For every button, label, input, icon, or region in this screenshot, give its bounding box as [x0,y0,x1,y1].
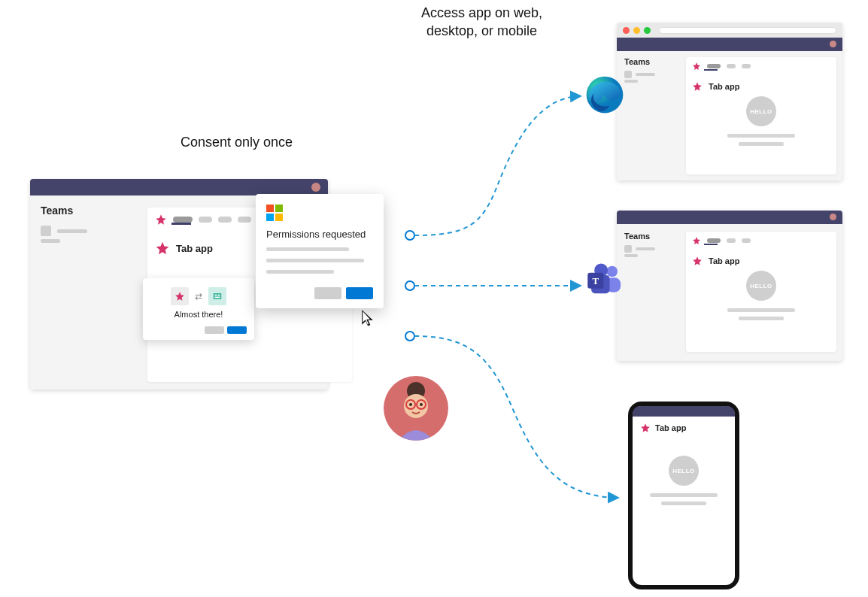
svg-point-19 [405,231,414,240]
svg-point-5 [411,385,420,394]
star-icon [640,423,651,433]
svg-point-13 [606,266,618,277]
sidebar-item [41,239,60,243]
tab-panel: Tab app HELLO [686,232,836,352]
close-dot [311,183,320,192]
sidebar-item [41,226,87,236]
mobile-target: Tab app HELLO [628,402,739,589]
cancel-button[interactable] [205,326,224,334]
tab-app-label: Tab app [176,243,213,254]
permission-line [266,270,334,274]
sidebar-item [624,71,655,78]
hello-badge: HELLO [746,271,776,301]
svg-point-20 [405,281,414,290]
sidebar-title: Teams [41,205,73,217]
almost-there-card: ⇄ Almost there! [143,278,254,340]
sidebar-item [624,80,638,83]
address-bar[interactable] [659,27,836,34]
heading-consent: Consent only once [181,133,293,151]
star-icon [692,236,701,245]
sidebar-title: Teams [624,232,650,241]
app-content: HELLO [686,271,836,320]
source-app-icon [171,287,189,305]
window-titlebar [30,179,328,195]
star-icon [155,214,167,226]
tab-app-label: Tab app [709,256,739,265]
hello-badge: HELLO [669,456,699,486]
permissions-title: Permissions requested [266,229,373,240]
tab-app-label: Tab app [709,82,739,91]
hello-badge: HELLO [746,96,776,126]
svg-rect-1 [215,295,217,296]
decline-button[interactable] [314,287,341,299]
svg-point-21 [405,332,414,341]
svg-text:T: T [592,275,599,286]
ms-teams-icon: T [585,262,624,301]
svg-rect-0 [214,293,222,299]
svg-rect-2 [218,295,220,296]
permission-line [266,247,349,251]
user-avatar-icon [384,376,448,441]
sidebar-item [624,254,638,257]
edge-browser-icon [585,75,624,114]
heading-access: Access app on web, desktop, or mobile [421,4,542,41]
sidebar-title: Teams [624,57,650,66]
permissions-dialog: Permissions requested [256,194,384,308]
star-icon [692,81,703,92]
svg-rect-3 [215,297,220,298]
tab-app-title: Tab app [155,241,213,256]
microsoft-logo-icon [266,205,283,221]
accept-button[interactable] [346,287,373,299]
sidebar-item [624,245,655,253]
almost-caption: Almost there! [150,310,247,319]
svg-point-6 [404,394,428,418]
desktop-target-window: Teams Tab app HELLO [617,211,842,361]
web-target-window: Teams Tab app HELLO [617,23,842,180]
continue-button[interactable] [227,326,247,334]
tab-strip [155,214,251,226]
svg-point-11 [420,403,423,406]
target-app-icon [208,287,226,305]
star-icon [692,62,701,71]
cursor-icon [360,308,379,328]
app-content: HELLO [686,96,836,146]
star-icon [155,241,170,256]
tab-panel: Tab app HELLO [686,57,836,174]
tab-app-label: Tab app [655,423,686,432]
permission-line [266,259,364,262]
app-content: HELLO [633,456,735,505]
swap-icon: ⇄ [195,291,202,302]
browser-chrome [617,23,842,38]
svg-point-10 [409,403,412,406]
star-icon [692,256,703,266]
